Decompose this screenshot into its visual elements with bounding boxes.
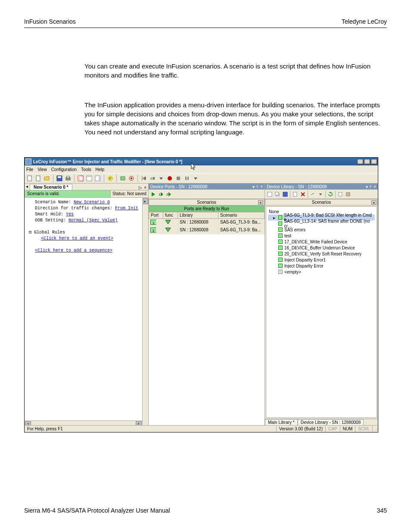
panel-dropdown-icon[interactable]: ▾ [252, 184, 255, 189]
open-icon[interactable] [44, 175, 50, 182]
table-row[interactable]: 2 SN : 12880008 SAS-6G_TL3-9: Ba... [149, 227, 265, 234]
smart-hold-link[interactable]: Yes [66, 212, 74, 217]
collapse-icon[interactable]: ▴ [258, 200, 263, 205]
toolbar-separator [116, 174, 117, 182]
menu-view[interactable]: View [37, 167, 47, 172]
global-rules-label: Global Rules [34, 230, 65, 235]
list-item[interactable]: <empty> [268, 269, 375, 275]
new-icon[interactable] [26, 175, 33, 182]
lib-copy2-icon[interactable] [337, 191, 343, 197]
lib-paste-icon[interactable] [345, 191, 351, 197]
list-item[interactable]: 20_DEVICE_Verify Soft Reset Recovery [268, 251, 375, 257]
scenario-status-row: Scenario is valid. Status: Not saved [25, 190, 148, 197]
oob-link[interactable]: Normal (Spec Value) [68, 218, 118, 223]
svg-rect-27 [275, 192, 278, 195]
device-library-pane: Device Library - SN : 12880008 ▾ ⫯ × [265, 184, 378, 426]
editor-scrollbar-v[interactable]: ▴ [142, 198, 148, 426]
svg-rect-29 [293, 192, 297, 196]
lib-attach-icon[interactable] [310, 191, 316, 197]
panel3-icon[interactable] [94, 175, 101, 182]
paragraph-1: You can create and execute InFusion scen… [84, 62, 387, 80]
menu-tools[interactable]: Tools [81, 167, 91, 172]
svg-text:B: B [150, 177, 153, 180]
lib-save-icon[interactable] [282, 191, 288, 197]
main-toolbar: P B [25, 173, 378, 184]
list-item[interactable]: 16_DEVICE_Buffer Underrun Device [268, 245, 375, 251]
tree-root-label: None [269, 209, 279, 214]
save-icon[interactable] [56, 175, 63, 182]
stepb-icon[interactable]: B [149, 175, 156, 182]
play1-icon[interactable]: 1 [158, 191, 164, 197]
lib-new-icon[interactable] [267, 191, 273, 197]
minimize-button[interactable]: _ [357, 159, 363, 164]
close-button[interactable]: × [371, 159, 377, 164]
panel-dropdown-icon[interactable]: ▾ [366, 184, 368, 189]
lib-delete-icon[interactable] [300, 191, 306, 197]
row-scenario: SAS-6G_TL3-9: Ba... [218, 219, 265, 227]
svg-rect-28 [283, 192, 287, 196]
table-row[interactable]: 1 SN : 12880008 SAS-6G_TL3-9: Ba... [149, 219, 265, 227]
svg-rect-20 [177, 177, 180, 180]
new-doc-icon[interactable] [35, 175, 42, 182]
direction-link[interactable]: From Init [115, 206, 138, 211]
list-item-label: 20_DEVICE_Verify Soft Reset Recovery [284, 252, 361, 256]
record-icon[interactable] [166, 175, 173, 182]
col-func: func [163, 212, 178, 219]
tab-menu-icon[interactable]: ▷ [139, 185, 142, 190]
lib-dropdown-icon[interactable] [318, 191, 324, 197]
add-sequence-link[interactable]: <Click here to add a sequence> [35, 248, 148, 254]
add-event-link[interactable]: <Click here to add an event> [41, 236, 148, 242]
panel2-icon[interactable] [86, 175, 93, 182]
panel1-icon[interactable] [77, 175, 84, 182]
menu-configuration[interactable]: Configuration [51, 167, 77, 172]
toolbar-separator [74, 174, 75, 182]
device-ports-pane: Device Ports - SN : 12880008 ▾ ⫯ × 1 2 S… [149, 184, 265, 426]
col-library: Library [178, 212, 218, 219]
menu-file[interactable]: File [26, 167, 33, 172]
scenario-icon [278, 270, 283, 274]
play2-icon[interactable]: 2 [166, 191, 172, 197]
port-number-badge: 2 [150, 227, 156, 233]
list-item[interactable]: Inject Disparity Error1 [268, 257, 375, 263]
panel-close-icon[interactable]: × [374, 184, 376, 189]
list-item[interactable]: 17_DEVICE_Write Failed Device [268, 239, 375, 245]
target-icon[interactable] [128, 175, 135, 182]
scenario-valid-status: Scenario is valid. [25, 190, 110, 197]
row-library: SN : 12880008 [178, 219, 218, 227]
panel-pin-icon[interactable]: ⫯ [370, 184, 372, 189]
device-icon[interactable] [119, 175, 126, 182]
dropdown-icon[interactable] [158, 175, 165, 182]
step-icon[interactable] [140, 175, 147, 182]
list-item[interactable]: test [268, 233, 375, 239]
menu-help[interactable]: Help [95, 167, 104, 172]
port-icon[interactable]: P [107, 175, 114, 182]
header-left: InFusion Scenarios [24, 18, 76, 25]
dropdown2-icon[interactable] [192, 175, 199, 182]
window-title: LeCroy InFusion™ Error Injector and Traf… [33, 159, 357, 164]
collapse-icon[interactable]: ▴ [371, 200, 377, 205]
tab-nav-left-icon[interactable]: ◂ [25, 184, 29, 190]
scenario-tab[interactable]: New Scenario 0 * [30, 184, 72, 190]
list-item[interactable]: SAS-6G_LL3-14: SAS frame after DONE (no … [268, 221, 375, 227]
statusbar-version: Version 3.00 (Build 12) [276, 426, 325, 432]
tab-close-icon[interactable]: × [144, 185, 146, 190]
svg-text:2: 2 [166, 193, 168, 196]
list-item[interactable]: Inject Disparity Error [268, 263, 375, 269]
print-icon[interactable] [65, 175, 72, 182]
port-number-badge: 1 [150, 220, 156, 225]
stop-icon[interactable] [175, 175, 182, 182]
lib-doc-icon[interactable] [292, 191, 298, 197]
svg-rect-31 [346, 193, 350, 196]
lib-refresh-icon[interactable] [327, 191, 333, 197]
page-footer: Sierra M6-4 SAS/SATA Protocol Analyzer U… [24, 507, 387, 514]
scenario-name-link[interactable]: New Scenario 0 [74, 200, 110, 205]
svg-point-19 [168, 176, 172, 180]
play-icon[interactable] [150, 191, 156, 197]
pause-icon[interactable] [184, 175, 190, 182]
resize-grip-icon[interactable]: ⋰ [372, 426, 378, 432]
maximize-button[interactable]: □ [364, 159, 370, 164]
panel-close-icon[interactable]: × [260, 184, 263, 189]
scenario-editor[interactable]: Scenario Name: New Scenario 0 Direction … [25, 197, 148, 426]
lib-copy-icon[interactable] [274, 191, 280, 197]
panel-pin-icon[interactable]: ⫯ [256, 184, 258, 189]
